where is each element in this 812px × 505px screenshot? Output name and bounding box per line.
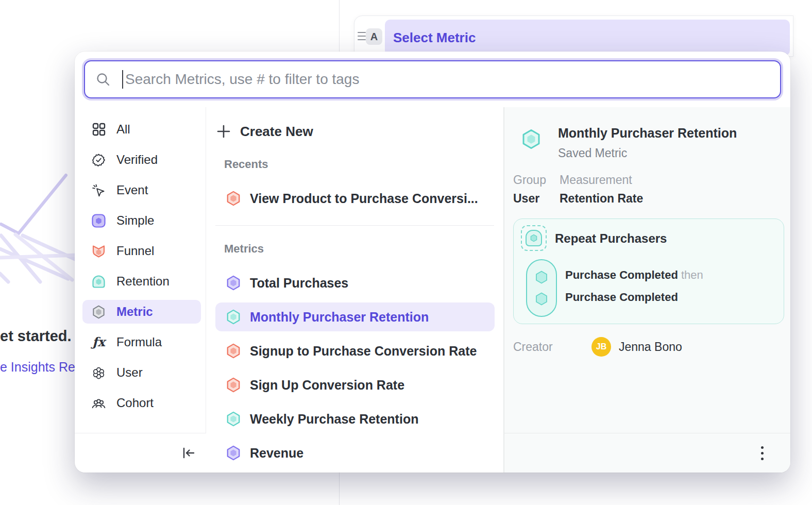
chart-lines-illustration <box>0 173 78 332</box>
recent-metric-label: View Product to Purchase Conversi... <box>250 191 478 206</box>
funnel-metric-icon <box>226 191 241 206</box>
sidebar-item-all[interactable]: All <box>82 117 201 141</box>
sidebar-item-label: Verified <box>116 153 158 167</box>
sidebar-item-label: Event <box>116 183 148 197</box>
recent-metric-item[interactable]: View Product to Purchase Conversi... <box>215 184 495 212</box>
filter-sidebar: All Verified Event <box>75 107 206 433</box>
creator-avatar: JB <box>591 337 611 357</box>
step-conjunction: then <box>681 268 703 281</box>
metric-icon <box>92 305 106 319</box>
create-new-label: Create New <box>240 124 313 140</box>
metric-item-label: Monthly Purchaser Retention <box>250 310 429 325</box>
creator-row: Creator JB Jenna Bono <box>513 336 781 357</box>
metric-hexagon-icon <box>226 343 241 359</box>
query-builder-card: A Select Metric <box>354 15 793 57</box>
metric-hexagon-icon <box>226 309 241 325</box>
detail-title: Monthly Purchaser Retention <box>558 126 737 141</box>
metric-item-revenue[interactable]: Revenue <box>215 439 495 467</box>
sidebar-item-metric[interactable]: Metric <box>82 300 201 324</box>
text-cursor <box>122 70 123 89</box>
event-icon <box>92 183 106 197</box>
sidebar-footer <box>75 433 206 473</box>
sidebar-item-cohort[interactable]: Cohort <box>82 391 201 415</box>
sidebar-item-label: Cohort <box>116 396 154 410</box>
sidebar-item-label: Formula <box>116 335 162 349</box>
metrics-header: Metrics <box>224 242 264 256</box>
metric-hexagon-icon <box>226 411 241 427</box>
sidebar-item-label: All <box>116 122 130 137</box>
cohort-definition-icon <box>521 225 547 251</box>
sidebar-item-formula[interactable]: ƒx Formula <box>82 330 201 354</box>
sidebar-item-verified[interactable]: Verified <box>82 148 201 172</box>
verified-icon <box>92 153 106 167</box>
step-2-event: Purchase Completed <box>565 291 678 304</box>
background-link-fragment[interactable]: e Insights Re <box>0 360 75 375</box>
metric-item-label: Revenue <box>250 446 303 461</box>
user-icon <box>92 366 106 380</box>
detail-footer <box>504 433 790 473</box>
metric-hexagon-icon <box>226 445 241 461</box>
creator-name: Jenna Bono <box>619 340 682 354</box>
search-box[interactable] <box>84 60 781 98</box>
sidebar-item-label: Funnel <box>116 244 154 258</box>
sidebar-item-event[interactable]: Event <box>82 178 201 202</box>
definition-steps: Purchase Completed then Purchase Complet… <box>565 268 703 313</box>
cohort-icon <box>92 396 106 410</box>
metric-item-monthly-purchaser-retention[interactable]: Monthly Purchaser Retention <box>215 302 495 331</box>
metric-hexagon-icon <box>226 377 241 393</box>
metric-item-total-purchases[interactable]: Total Purchases <box>215 268 495 297</box>
retention-icon <box>92 275 106 289</box>
search-icon <box>95 72 111 87</box>
funnel-steps-pill <box>526 259 557 317</box>
sidebar-item-label: Metric <box>116 305 153 319</box>
measurement-value: Retention Rate <box>560 192 643 206</box>
sidebar-item-retention[interactable]: Retention <box>82 270 201 293</box>
definition-card: Repeat Purchasers Purchase Completed the… <box>513 218 784 324</box>
grid-icon <box>92 123 106 137</box>
definition-name: Repeat Purchasers <box>555 231 667 246</box>
measurement-label: Measurement <box>560 173 643 187</box>
sidebar-item-funnel[interactable]: Funnel <box>82 239 201 263</box>
collapse-left-icon[interactable] <box>180 445 197 461</box>
select-metric-button[interactable]: Select Metric <box>385 20 790 56</box>
metric-item-signup-to-purchase-conversion-rate[interactable]: Signup to Purchase Conversion Rate <box>215 336 495 365</box>
search-input[interactable] <box>125 71 770 88</box>
create-new-button[interactable]: Create New <box>216 120 313 143</box>
metric-picker-modal: All Verified Event <box>75 52 790 473</box>
sidebar-item-user[interactable]: User <box>82 361 201 384</box>
metrics-list: Total Purchases Monthly Purchaser Retent… <box>215 268 495 473</box>
detail-subtitle: Saved Metric <box>558 146 627 160</box>
sidebar-item-label: User <box>116 365 143 380</box>
sidebar-item-label: Simple <box>116 213 154 228</box>
background-heading-fragment: et started. <box>0 328 72 345</box>
group-label: Group <box>513 173 560 187</box>
simple-icon <box>92 214 106 228</box>
metric-hexagon-icon <box>226 275 241 291</box>
metric-item-label: Total Purchases <box>250 276 348 291</box>
more-options-icon[interactable] <box>754 445 770 461</box>
metric-item-label: Sign Up Conversion Rate <box>250 378 404 393</box>
retention-metric-icon <box>521 129 542 149</box>
sidebar-item-simple[interactable]: Simple <box>82 209 201 232</box>
funnel-icon <box>92 244 106 258</box>
metric-item-label: Weekly Purchase Retention <box>250 412 418 427</box>
list-divider <box>215 225 494 226</box>
drag-handle-icon[interactable] <box>358 32 366 40</box>
step-1-event: Purchase Completed <box>565 268 678 281</box>
creator-label: Creator <box>513 340 591 354</box>
recents-header: Recents <box>224 158 268 171</box>
detail-meta: Group Measurement User Retention Rate <box>513 173 643 206</box>
step-hexagon-icon <box>534 292 549 306</box>
plus-icon <box>216 124 231 139</box>
metric-detail-panel: Monthly Purchaser Retention Saved Metric… <box>504 107 790 473</box>
metric-list-panel: Create New Recents View Product to Purch… <box>206 107 504 473</box>
metric-item-label: Signup to Purchase Conversion Rate <box>250 344 477 359</box>
metric-row-badge: A <box>366 28 382 45</box>
formula-icon: ƒx <box>92 335 106 349</box>
group-value: User <box>513 192 560 206</box>
sidebar-item-label: Retention <box>116 274 170 289</box>
step-hexagon-icon <box>534 270 549 284</box>
metric-item-weekly-purchase-retention[interactable]: Weekly Purchase Retention <box>215 405 495 433</box>
metric-item-sign-up-conversion-rate[interactable]: Sign Up Conversion Rate <box>215 371 495 399</box>
